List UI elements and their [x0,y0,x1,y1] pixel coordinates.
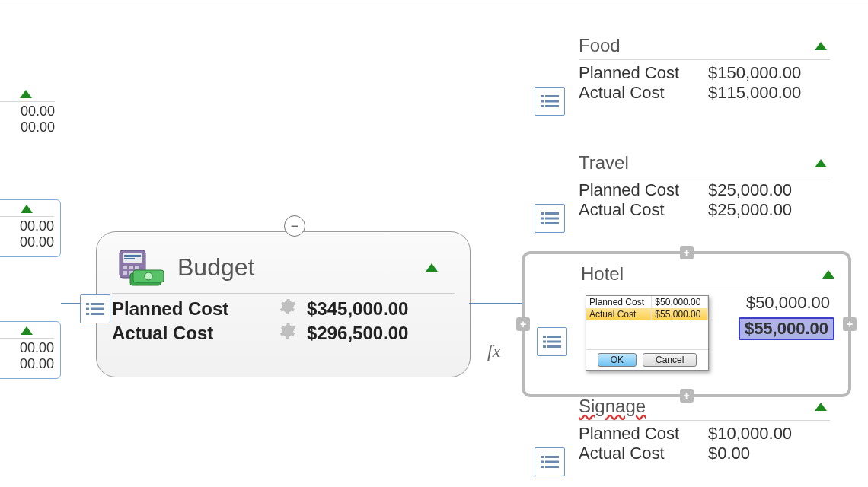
svg-rect-32 [547,336,561,338]
planned-cost-label: Planned Cost [112,298,279,320]
svg-rect-34 [547,341,561,343]
connector-line [469,303,522,304]
planned-cost-value: $10,000.00 [708,424,830,444]
svg-rect-5 [91,313,104,315]
planned-cost-value: $345,000.00 [307,298,455,320]
popup-actual-label: Actual Cost [586,308,652,320]
node-travel[interactable]: Travel Planned Cost$25,000.00 Actual Cos… [579,152,830,220]
svg-rect-42 [545,466,559,468]
window-top-border [0,5,868,5]
svg-rect-33 [543,341,546,343]
planned-cost-value: $50,000.00 [742,293,834,313]
up-triangle-icon [21,205,33,213]
cost-edit-popup[interactable]: Planned Cost$50,000.00 Actual Cost$55,00… [586,295,709,371]
svg-rect-9 [124,258,135,259]
actual-cost-value-selected[interactable]: $55,000.00 [739,317,834,340]
svg-rect-19 [541,95,544,97]
svg-rect-20 [545,95,559,97]
gear-icon[interactable] [279,323,296,339]
budget-title: Budget [177,253,426,282]
svg-rect-41 [541,466,544,468]
actual-cost-value: $25,000.00 [708,200,830,220]
add-handle-left[interactable]: + [516,317,530,331]
svg-rect-39 [541,461,544,463]
left-stub-value: 00.00 [0,234,54,250]
add-handle-right[interactable]: + [843,317,857,331]
budget-icon [115,246,165,288]
left-stub-value: 00.00 [0,119,55,135]
list-icon[interactable] [535,87,565,116]
actual-cost-value: $296,500.00 [307,323,455,344]
node-food[interactable]: Food Planned Cost$150,000.00 Actual Cost… [579,35,830,103]
svg-rect-22 [545,100,559,103]
actual-cost-label: Actual Cost [579,83,708,103]
cancel-button[interactable]: Cancel [643,353,697,367]
ok-button[interactable]: OK [598,353,637,367]
svg-rect-0 [86,303,89,305]
list-icon[interactable] [535,204,565,233]
svg-rect-1 [91,303,104,305]
up-triangle-icon [815,42,827,50]
svg-rect-2 [86,308,89,310]
left-stub-1: 00.00 00.00 [0,85,61,142]
svg-rect-38 [545,456,559,458]
planned-cost-label: Planned Cost [579,424,708,444]
svg-rect-11 [129,266,133,269]
actual-cost-label: Actual Cost [579,200,708,220]
svg-rect-23 [541,105,544,107]
svg-rect-13 [123,271,127,275]
up-triangle-icon [20,90,32,98]
left-stub-value: 00.00 [0,218,54,234]
list-icon[interactable] [535,447,565,476]
gear-icon[interactable] [279,298,296,315]
left-stub-value: 00.00 [0,103,55,119]
node-signage[interactable]: Signage Planned Cost$10,000.00 Actual Co… [579,396,830,463]
svg-rect-27 [541,218,544,220]
node-hotel-selected-frame[interactable]: + + + + Hotel $50,000.00 $55,000.00 Plan… [522,251,851,397]
svg-rect-21 [541,100,544,103]
budget-node[interactable]: − Budget Planned Cost $345,000.00 Actual… [96,231,471,377]
popup-planned-value[interactable]: $50,000.00 [652,296,708,308]
add-handle-top[interactable]: + [680,246,694,259]
fx-icon[interactable]: fx [487,341,500,361]
node-title: Travel [579,152,629,173]
svg-rect-12 [135,266,139,269]
planned-cost-value: $25,000.00 [708,180,830,200]
planned-cost-label: Planned Cost [579,63,708,83]
svg-rect-30 [545,222,559,224]
actual-cost-value: $115,000.00 [708,83,830,103]
svg-point-18 [145,272,152,280]
actual-cost-label: Actual Cost [579,444,708,463]
up-triangle-icon [815,159,827,167]
svg-rect-4 [86,313,89,315]
svg-rect-25 [541,212,544,215]
left-stub-2: 00.00 00.00 [0,199,61,257]
node-title: Signage [579,396,646,417]
svg-rect-31 [543,336,546,338]
actual-cost-label: Actual Cost [112,323,279,344]
list-icon[interactable] [80,294,110,323]
actual-cost-value: $0.00 [708,444,830,463]
svg-rect-35 [543,345,546,348]
svg-rect-40 [545,461,559,463]
collapse-toggle[interactable]: − [284,215,305,237]
svg-rect-36 [547,345,561,348]
popup-planned-label: Planned Cost [586,296,652,308]
up-triangle-icon [426,263,438,272]
node-title: Hotel [581,263,624,285]
svg-rect-37 [541,456,544,458]
left-stub-3: 00.00 00.00 [0,321,61,379]
planned-cost-value: $150,000.00 [708,63,830,83]
up-triangle-icon [815,403,827,411]
list-icon[interactable] [537,327,567,356]
planned-cost-label: Planned Cost [579,180,708,200]
up-triangle-icon [21,326,33,335]
node-title: Food [579,35,621,56]
svg-rect-29 [541,222,544,224]
svg-rect-3 [91,308,104,310]
left-stub-value: 00.00 [0,356,54,372]
up-triangle-icon [822,270,834,279]
popup-actual-value[interactable]: $55,000.00 [652,308,708,320]
svg-rect-8 [124,255,141,257]
minus-icon: − [291,218,299,234]
